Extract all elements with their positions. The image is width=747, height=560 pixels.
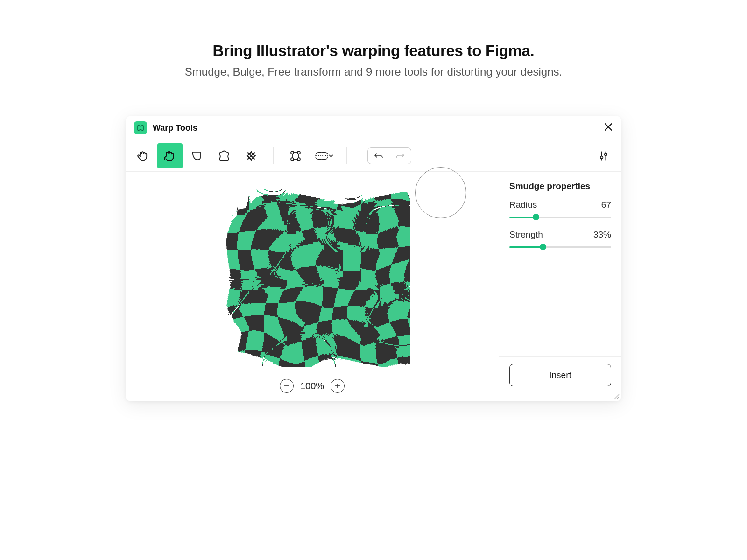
strength-value: 33% bbox=[593, 230, 611, 240]
insert-button[interactable]: Insert bbox=[509, 364, 611, 386]
tool-bulge[interactable] bbox=[184, 143, 210, 168]
tool-free-transform[interactable] bbox=[283, 143, 308, 168]
strength-row: Strength 33% bbox=[509, 230, 611, 240]
titlebar: Warp Tools bbox=[126, 116, 621, 140]
tool-composite[interactable] bbox=[239, 143, 264, 168]
panel-title: Smudge properties bbox=[509, 181, 611, 191]
settings-icon[interactable] bbox=[594, 147, 613, 165]
zoom-out-button[interactable] bbox=[280, 379, 294, 393]
strength-label: Strength bbox=[509, 230, 543, 240]
resize-grip-icon[interactable] bbox=[613, 393, 620, 399]
tool-shape[interactable] bbox=[211, 143, 237, 168]
zoom-in-button[interactable] bbox=[331, 379, 345, 393]
app-icon bbox=[134, 121, 147, 134]
plugin-window: Warp Tools bbox=[126, 116, 621, 401]
close-icon[interactable] bbox=[604, 122, 613, 133]
tool-smudge[interactable] bbox=[157, 143, 183, 168]
svg-point-5 bbox=[291, 158, 294, 161]
canvas[interactable]: 100% bbox=[126, 172, 499, 401]
svg-line-17 bbox=[614, 394, 619, 399]
undo-redo-group bbox=[367, 147, 411, 164]
brush-cursor bbox=[415, 167, 466, 218]
zoom-controls: 100% bbox=[126, 379, 499, 393]
svg-point-4 bbox=[297, 151, 300, 154]
zoom-level: 100% bbox=[300, 381, 324, 392]
radius-label: Radius bbox=[509, 200, 537, 210]
radius-slider[interactable] bbox=[509, 213, 611, 221]
svg-line-18 bbox=[617, 397, 619, 399]
undo-button[interactable] bbox=[368, 148, 389, 164]
strength-slider[interactable] bbox=[509, 243, 611, 251]
hero-subhead: Smudge, Bulge, Free transform and 9 more… bbox=[75, 65, 672, 78]
svg-point-10 bbox=[605, 153, 607, 155]
hero-headline: Bring Illustrator's warping features to … bbox=[75, 42, 672, 60]
tool-mesh[interactable] bbox=[310, 143, 337, 168]
redo-button[interactable] bbox=[389, 148, 411, 164]
warped-checker-preview bbox=[214, 180, 410, 367]
toolbar bbox=[126, 140, 621, 172]
svg-point-8 bbox=[600, 156, 603, 159]
radius-value: 67 bbox=[601, 200, 611, 210]
properties-panel: Smudge properties Radius 67 Strength 33% bbox=[499, 172, 621, 401]
window-title: Warp Tools bbox=[153, 123, 197, 133]
chevron-down-icon bbox=[328, 153, 334, 159]
svg-point-3 bbox=[291, 151, 294, 154]
radius-row: Radius 67 bbox=[509, 200, 611, 210]
tool-hand[interactable] bbox=[130, 143, 155, 168]
svg-point-6 bbox=[297, 158, 300, 161]
